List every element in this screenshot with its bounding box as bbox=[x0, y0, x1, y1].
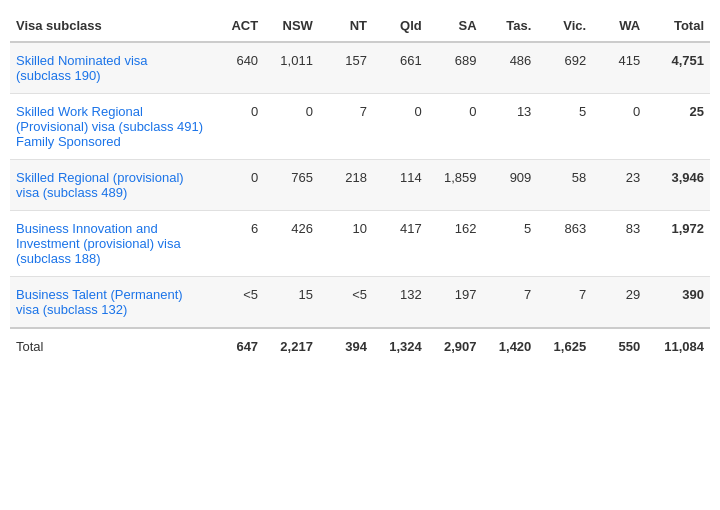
cell-visa: Skilled Work Regional (Provisional) visa… bbox=[10, 94, 210, 160]
cell-visa: Business Innovation and Investment (prov… bbox=[10, 211, 210, 277]
cell-visa: Business Talent (Permanent) visa (subcla… bbox=[10, 277, 210, 329]
cell-sa: 689 bbox=[428, 42, 483, 94]
cell-sa: 197 bbox=[428, 277, 483, 329]
visa-table: Visa subclass ACT NSW NT Qld SA Tas. Vic… bbox=[10, 10, 710, 364]
cell-tas: 486 bbox=[483, 42, 538, 94]
footer-wa: 550 bbox=[592, 328, 646, 364]
col-header-nsw: NSW bbox=[264, 10, 319, 42]
visa-link[interactable]: Business Talent (Permanent) visa (subcla… bbox=[16, 287, 183, 317]
visa-link[interactable]: Skilled Work Regional (Provisional) visa… bbox=[16, 104, 203, 149]
cell-wa: 0 bbox=[592, 94, 646, 160]
footer-tas: 1,420 bbox=[483, 328, 538, 364]
cell-vic: 692 bbox=[537, 42, 592, 94]
col-header-qld: Qld bbox=[373, 10, 428, 42]
footer-nsw: 2,217 bbox=[264, 328, 319, 364]
cell-qld: 114 bbox=[373, 160, 428, 211]
cell-nt: 7 bbox=[319, 94, 373, 160]
cell-nsw: 765 bbox=[264, 160, 319, 211]
col-header-sa: SA bbox=[428, 10, 483, 42]
cell-nt: 157 bbox=[319, 42, 373, 94]
table-row: Skilled Work Regional (Provisional) visa… bbox=[10, 94, 710, 160]
footer-total: 11,084 bbox=[646, 328, 710, 364]
cell-sa: 1,859 bbox=[428, 160, 483, 211]
visa-link[interactable]: Skilled Regional (provisional) visa (sub… bbox=[16, 170, 184, 200]
cell-act: 0 bbox=[210, 94, 264, 160]
cell-nsw: 15 bbox=[264, 277, 319, 329]
cell-vic: 863 bbox=[537, 211, 592, 277]
cell-total: 3,946 bbox=[646, 160, 710, 211]
footer-row: Total 647 2,217 394 1,324 2,907 1,420 1,… bbox=[10, 328, 710, 364]
visa-link[interactable]: Business Innovation and Investment (prov… bbox=[16, 221, 181, 266]
cell-nsw: 1,011 bbox=[264, 42, 319, 94]
cell-total: 1,972 bbox=[646, 211, 710, 277]
cell-visa: Skilled Regional (provisional) visa (sub… bbox=[10, 160, 210, 211]
footer-vic: 1,625 bbox=[537, 328, 592, 364]
visa-link[interactable]: Skilled Nominated visa (subclass 190) bbox=[16, 53, 148, 83]
cell-act: 0 bbox=[210, 160, 264, 211]
footer-label: Total bbox=[10, 328, 210, 364]
table-row: Skilled Nominated visa (subclass 190)640… bbox=[10, 42, 710, 94]
cell-sa: 162 bbox=[428, 211, 483, 277]
table-row: Skilled Regional (provisional) visa (sub… bbox=[10, 160, 710, 211]
table-row: Business Innovation and Investment (prov… bbox=[10, 211, 710, 277]
col-header-visa: Visa subclass bbox=[10, 10, 210, 42]
cell-nt: 10 bbox=[319, 211, 373, 277]
cell-nsw: 0 bbox=[264, 94, 319, 160]
col-header-nt: NT bbox=[319, 10, 373, 42]
cell-tas: 13 bbox=[483, 94, 538, 160]
col-header-vic: Vic. bbox=[537, 10, 592, 42]
col-header-wa: WA bbox=[592, 10, 646, 42]
table-row: Business Talent (Permanent) visa (subcla… bbox=[10, 277, 710, 329]
cell-total: 390 bbox=[646, 277, 710, 329]
footer-sa: 2,907 bbox=[428, 328, 483, 364]
cell-vic: 58 bbox=[537, 160, 592, 211]
footer-nt: 394 bbox=[319, 328, 373, 364]
col-header-total: Total bbox=[646, 10, 710, 42]
cell-nt: 218 bbox=[319, 160, 373, 211]
cell-total: 25 bbox=[646, 94, 710, 160]
cell-wa: 29 bbox=[592, 277, 646, 329]
cell-wa: 415 bbox=[592, 42, 646, 94]
cell-act: 640 bbox=[210, 42, 264, 94]
cell-qld: 661 bbox=[373, 42, 428, 94]
cell-visa: Skilled Nominated visa (subclass 190) bbox=[10, 42, 210, 94]
cell-nsw: 426 bbox=[264, 211, 319, 277]
cell-qld: 417 bbox=[373, 211, 428, 277]
col-header-tas: Tas. bbox=[483, 10, 538, 42]
cell-total: 4,751 bbox=[646, 42, 710, 94]
cell-act: <5 bbox=[210, 277, 264, 329]
col-header-act: ACT bbox=[210, 10, 264, 42]
cell-wa: 23 bbox=[592, 160, 646, 211]
footer-act: 647 bbox=[210, 328, 264, 364]
cell-qld: 132 bbox=[373, 277, 428, 329]
cell-tas: 909 bbox=[483, 160, 538, 211]
cell-sa: 0 bbox=[428, 94, 483, 160]
cell-tas: 5 bbox=[483, 211, 538, 277]
header-row: Visa subclass ACT NSW NT Qld SA Tas. Vic… bbox=[10, 10, 710, 42]
cell-vic: 5 bbox=[537, 94, 592, 160]
cell-qld: 0 bbox=[373, 94, 428, 160]
cell-nt: <5 bbox=[319, 277, 373, 329]
cell-vic: 7 bbox=[537, 277, 592, 329]
cell-tas: 7 bbox=[483, 277, 538, 329]
cell-wa: 83 bbox=[592, 211, 646, 277]
cell-act: 6 bbox=[210, 211, 264, 277]
footer-qld: 1,324 bbox=[373, 328, 428, 364]
table-wrapper: Visa subclass ACT NSW NT Qld SA Tas. Vic… bbox=[0, 0, 720, 374]
